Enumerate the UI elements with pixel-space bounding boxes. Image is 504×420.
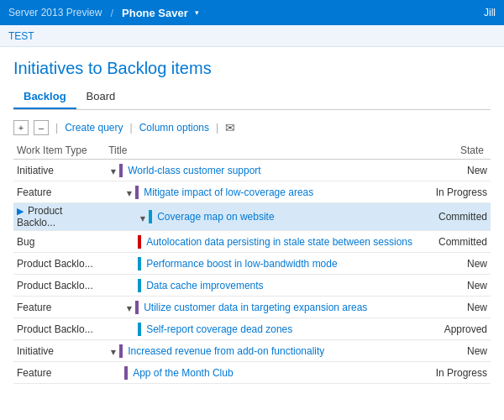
work-item-title[interactable]: Utilize customer data in targeting expan… <box>144 302 367 313</box>
toolbar-separator-3: | <box>216 122 218 134</box>
table-row[interactable]: Product Backlo...Data cache improvements… <box>13 275 491 297</box>
cell-type: Feature <box>13 297 105 318</box>
work-item-color-bar <box>138 257 141 270</box>
cell-state: Committed <box>416 203 491 231</box>
table-row[interactable]: Initiative◀Increased revenue from add-on… <box>13 340 491 362</box>
work-item-color-bar <box>135 301 139 314</box>
expand-collapse-icon[interactable]: ◀ <box>139 213 146 221</box>
work-item-title[interactable]: Autolocation data persisting in stale st… <box>146 236 412 248</box>
table-body: Initiative◀World-class customer supportN… <box>13 160 491 384</box>
work-item-color-bar <box>138 235 141 249</box>
page-title: Initiatives to Backlog items <box>13 59 491 78</box>
cell-type: Product Backlo... <box>13 253 105 275</box>
table-row[interactable]: BugAutolocation data persisting in stale… <box>13 231 491 253</box>
cell-state: New <box>416 160 491 181</box>
table-row[interactable]: Product Backlo...Self-report coverage de… <box>13 318 491 340</box>
work-item-color-bar <box>135 186 139 199</box>
work-item-color-bar <box>149 210 152 223</box>
tab-board[interactable]: Board <box>76 87 126 109</box>
work-item-title[interactable]: World-class customer support <box>128 165 261 176</box>
user-name[interactable]: Jill <box>484 7 496 18</box>
cell-type: Bug <box>13 231 105 253</box>
cell-state: In Progress <box>416 181 491 203</box>
work-item-color-bar <box>119 164 123 177</box>
cell-state: New <box>416 340 491 362</box>
work-item-title[interactable]: App of the Month Club <box>133 367 233 379</box>
table-row[interactable]: Feature◀Utilize customer data in targeti… <box>13 297 491 318</box>
cell-title[interactable]: Autolocation data persisting in stale st… <box>105 231 416 253</box>
cell-title[interactable]: ◀Utilize customer data in targeting expa… <box>105 297 416 318</box>
cell-state: New <box>416 253 491 275</box>
project-name[interactable]: Phone Saver <box>122 7 188 19</box>
cell-title[interactable]: Performance boost in low-bandwidth mode <box>105 253 416 275</box>
top-bar: Server 2013 Preview / Phone Saver ▾ Jill <box>0 0 504 25</box>
collapse-icon: – <box>39 123 44 133</box>
cell-type: Product Backlo... <box>13 275 105 297</box>
col-header-state: State <box>416 142 491 160</box>
table-row[interactable]: Initiative◀World-class customer supportN… <box>13 160 491 181</box>
table-header-row: Work Item Type Title State <box>13 142 491 160</box>
work-item-title[interactable]: Performance boost in low-bandwidth mode <box>146 258 337 270</box>
work-item-color-bar <box>124 366 128 380</box>
work-item-color-bar <box>138 323 141 336</box>
cell-type: Product Backlo... <box>13 318 105 340</box>
cell-state: New <box>416 275 491 297</box>
row-selector-arrow: ▶ <box>17 206 26 216</box>
expand-collapse-icon[interactable]: ◀ <box>125 303 133 312</box>
cell-title[interactable]: ◀Coverage map on website <box>105 203 416 231</box>
cell-title[interactable]: ◀Increased revenue from add-on functiona… <box>105 340 416 362</box>
cell-title[interactable]: Data cache improvements <box>105 275 416 297</box>
col-header-title: Title <box>105 142 416 160</box>
cell-type: Initiative <box>13 160 105 181</box>
expand-collapse-icon[interactable]: ◀ <box>109 347 117 355</box>
expand-all-button[interactable]: + <box>13 120 29 135</box>
col-header-type: Work Item Type <box>13 142 105 160</box>
tab-backlog[interactable]: Backlog <box>13 87 76 109</box>
cell-title[interactable]: ◀Mitigate impact of low-coverage areas <box>105 181 416 203</box>
cell-state: Approved <box>416 318 491 340</box>
cell-type: Feature <box>13 181 105 203</box>
column-options-link[interactable]: Column options <box>139 122 209 134</box>
table-row[interactable]: Feature◀Mitigate impact of low-coverage … <box>13 181 491 203</box>
expand-collapse-icon[interactable]: ◀ <box>125 188 133 197</box>
page-content: Initiatives to Backlog items Backlog Boa… <box>0 47 504 384</box>
work-item-title[interactable]: Data cache improvements <box>146 280 263 291</box>
email-button[interactable]: ✉ <box>225 121 235 134</box>
table-row[interactable]: ▶ Product Backlo...◀Coverage map on webs… <box>13 203 491 231</box>
work-item-color-bar <box>138 279 141 292</box>
cell-state: In Progress <box>416 362 491 384</box>
expand-collapse-icon[interactable]: ◀ <box>109 166 117 175</box>
tabs: Backlog Board <box>13 87 491 110</box>
sub-nav: TEST <box>0 25 504 47</box>
collapse-all-button[interactable]: – <box>34 120 49 135</box>
work-item-title[interactable]: Mitigate impact of low-coverage areas <box>144 186 313 198</box>
dropdown-arrow[interactable]: ▾ <box>195 8 199 17</box>
subnav-item[interactable]: TEST <box>8 30 34 42</box>
cell-title[interactable]: Self-report coverage dead zones <box>105 318 416 340</box>
cell-type: ▶ Product Backlo... <box>13 203 105 231</box>
work-item-color-bar <box>119 344 123 358</box>
toolbar-separator-2: | <box>130 122 133 134</box>
server-name: Server 2013 Preview <box>8 7 102 18</box>
toolbar-separator-1: | <box>55 122 58 134</box>
toolbar: + – | Create query | Column options | ✉ <box>13 117 491 142</box>
create-query-link[interactable]: Create query <box>65 122 123 134</box>
work-item-title[interactable]: Self-report coverage dead zones <box>146 323 292 335</box>
cell-state: New <box>416 297 491 318</box>
work-item-title[interactable]: Increased revenue from add-on functional… <box>128 345 324 357</box>
expand-icon: + <box>18 123 24 133</box>
work-item-title[interactable]: Coverage map on website <box>157 211 274 223</box>
table-row[interactable]: FeatureApp of the Month ClubIn Progress <box>13 362 491 384</box>
cell-type: Feature <box>13 362 105 384</box>
cell-title[interactable]: ◀World-class customer support <box>105 160 416 181</box>
work-items-table: Work Item Type Title State Initiative◀Wo… <box>13 142 491 384</box>
table-row[interactable]: Product Backlo...Performance boost in lo… <box>13 253 491 275</box>
cell-type: Initiative <box>13 340 105 362</box>
cell-state: Committed <box>416 231 491 253</box>
cell-title[interactable]: App of the Month Club <box>105 362 416 384</box>
breadcrumb-separator: / <box>110 7 113 19</box>
